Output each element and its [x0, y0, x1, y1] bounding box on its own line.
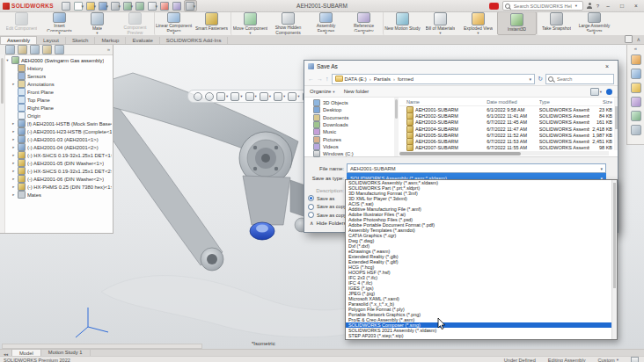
ribbon-button[interactable]: Instant3D ▾ — [497, 11, 537, 35]
help-icon[interactable]: ? — [596, 4, 599, 9]
task-pane-tab-icon[interactable] — [631, 54, 641, 65]
tree-item[interactable]: ▸ Mates — [5, 191, 112, 199]
help-search-input[interactable] — [512, 3, 574, 10]
ribbon-button[interactable]: New Motion Study ▾ — [383, 11, 421, 35]
breadcrumb[interactable]: DATA (E:) Partials formed ▾ — [332, 74, 536, 84]
nav-pane-item[interactable]: Desktop — [304, 106, 394, 113]
tree-item[interactable]: ▸ Annotations — [5, 80, 112, 88]
radio-icon[interactable] — [308, 212, 314, 218]
dialog-title-bar[interactable]: Save As × — [304, 61, 618, 72]
ribbon-button[interactable]: Insert Components ▾ — [40, 11, 78, 35]
forward-icon[interactable]: → — [317, 76, 323, 82]
command-tab[interactable]: Evaluate — [126, 37, 159, 44]
dropdown-scrollbar[interactable] — [611, 180, 617, 339]
task-pane-tab-icon[interactable] — [631, 69, 641, 79]
status-custom-selector[interactable]: Custom ▾ — [597, 358, 618, 362]
quick-access-button[interactable]: ▾ — [159, 1, 171, 11]
column-date-modified[interactable]: Date modified — [487, 99, 538, 105]
panel-chevron-icon[interactable]: » — [107, 47, 110, 52]
tree-item[interactable]: ▸ (-) HX-SHCS 0.19-32x1.25x1 DET<2> — [5, 167, 112, 175]
quick-access-button[interactable]: ▾ — [122, 1, 134, 11]
dialog-search-box[interactable] — [545, 74, 614, 84]
tree-item[interactable]: ▸ Origin — [5, 112, 112, 119]
ribbon-button[interactable]: Linear Component Pattern ▾ — [154, 11, 193, 35]
breadcrumb-caret-icon[interactable]: ▾ — [530, 76, 532, 82]
tree-item[interactable]: ▸ (-) AEH2001-04 (AEH2001<2>) — [5, 143, 112, 151]
tree-item[interactable]: ▸ History — [5, 64, 112, 72]
collapse-ribbon-icon[interactable]: ∧ — [637, 36, 640, 42]
tree-item[interactable]: ▸ (-) AEH2001-05 (DIN Washer<1>) — [5, 159, 112, 167]
ribbon-button[interactable]: Component Preview ▾ — [116, 11, 154, 35]
task-pane-tab-icon[interactable] — [631, 111, 641, 121]
tree-item[interactable]: ▸ (-) HX-PHMS 0.25 (DIN 7380 hex)<1> — [5, 183, 112, 191]
file-row[interactable]: AEH2007-SUBARM 6/7/2022 11:55 AM SOLIDWO… — [399, 145, 612, 151]
nav-pane-item[interactable]: Documents — [304, 114, 394, 121]
new-folder-button[interactable]: New folder — [344, 89, 370, 94]
expand-arrow-icon[interactable]: ▸ — [11, 192, 16, 197]
nav-pane-item[interactable]: Downloads — [304, 121, 394, 128]
help-icon[interactable] — [606, 89, 612, 95]
view-tool-button[interactable]: ▾ — [274, 92, 285, 101]
ribbon-button[interactable]: Bill of Materials ▾ — [421, 11, 459, 35]
close-button[interactable]: × — [631, 3, 641, 9]
quick-access-button[interactable]: ▾ — [172, 1, 183, 11]
tree-item[interactable]: ▸ (-) AEH2001-H23-HSTB (Complete<1>) — [5, 127, 112, 135]
radio-icon[interactable] — [308, 204, 314, 210]
column-size[interactable]: Size — [589, 99, 612, 105]
login-icon[interactable] — [587, 3, 593, 9]
command-tab[interactable]: Sketch — [66, 37, 95, 44]
help-search-box[interactable]: ▾ — [502, 1, 583, 11]
hide-folders-button[interactable]: ∧ Hide Folders — [310, 220, 346, 226]
file-name-input[interactable]: AEH2001-SUBARM ▾ — [347, 163, 606, 173]
expand-arrow-icon[interactable]: ▸ — [11, 185, 16, 189]
expand-arrow-icon[interactable]: ▸ — [11, 145, 16, 149]
back-icon[interactable]: ← — [308, 76, 314, 82]
configuration-manager-tab-icon[interactable] — [30, 45, 40, 54]
tree-root-item[interactable]: ▾ AEH2000 (Swingarm Gas assembly) — [5, 56, 112, 64]
nav-pane-item[interactable]: Videos — [304, 143, 394, 150]
minimize-button[interactable]: – — [603, 3, 613, 9]
breadcrumb-segment[interactable]: formed — [398, 76, 413, 82]
expand-arrow-icon[interactable]: ▸ — [11, 161, 16, 165]
view-mode-icon[interactable] — [590, 88, 599, 96]
breadcrumb-segment[interactable]: Partials — [374, 76, 398, 82]
quick-access-button[interactable]: ▾ — [85, 1, 97, 11]
up-icon[interactable]: ↑ — [326, 76, 329, 82]
view-tool-button[interactable]: ▾ — [245, 92, 257, 101]
expand-arrow-icon[interactable]: ▸ — [11, 137, 16, 141]
tree-item[interactable]: ▸ Right Plane — [5, 104, 112, 112]
column-type[interactable]: Type — [539, 99, 590, 105]
ribbon-button[interactable]: Large Assembly Settings ▾ — [575, 11, 613, 35]
tree-item[interactable]: ▸ (-) HX-SHCS 0.19-32x1.25x1 DET<1> — [5, 151, 112, 159]
document-tab[interactable]: Motion Study 1 — [41, 349, 91, 356]
file-list-horizontal-scrollbar[interactable] — [399, 151, 609, 156]
task-pane-tab-icon[interactable] — [631, 125, 641, 135]
radio-icon[interactable] — [308, 195, 314, 201]
display-manager-tab-icon[interactable] — [55, 45, 64, 54]
tree-item[interactable]: ▸ Front Plane — [5, 88, 112, 96]
quick-access-button[interactable]: ▾ — [184, 0, 197, 11]
tree-item[interactable]: ▸ Sensors — [5, 72, 112, 80]
view-tool-button[interactable]: ▾ — [260, 92, 271, 101]
expand-arrow-icon[interactable]: ▸ — [11, 129, 16, 134]
solidworks-logo[interactable]: SOLIDWORKS — [3, 3, 54, 10]
command-tab[interactable]: Assembly — [0, 36, 37, 44]
task-pane-collapse-icon[interactable]: « — [634, 46, 637, 51]
nav-pane-item[interactable]: Music — [304, 128, 394, 135]
quick-access-button[interactable]: ▾ — [135, 1, 146, 11]
featuremanager-tree-tab-icon[interactable] — [5, 45, 15, 54]
expand-arrow-icon[interactable]: ▸ — [11, 153, 16, 157]
ribbon-button[interactable]: Take Snapshot ▾ — [537, 11, 575, 35]
file-list-vertical-scrollbar[interactable] — [614, 98, 618, 150]
view-tool-button[interactable]: ▾ — [231, 92, 242, 101]
save-option-radio[interactable]: Save as — [308, 195, 334, 201]
search-caret-icon[interactable]: ▾ — [575, 4, 577, 8]
expand-arrow-icon[interactable]: ▾ — [5, 58, 10, 62]
dialog-search-input[interactable] — [555, 76, 610, 83]
expand-arrow-icon[interactable]: ▸ — [11, 169, 16, 173]
task-pane-tab-icon[interactable] — [631, 83, 641, 93]
tree-item[interactable]: ▸ Top Plane — [5, 96, 112, 104]
ribbon-button[interactable]: Edit Component ▾ — [3, 11, 40, 35]
ribbon-button[interactable]: Move Component ▾ — [231, 11, 269, 35]
ribbon-button[interactable]: Mate ▾ — [78, 11, 116, 35]
